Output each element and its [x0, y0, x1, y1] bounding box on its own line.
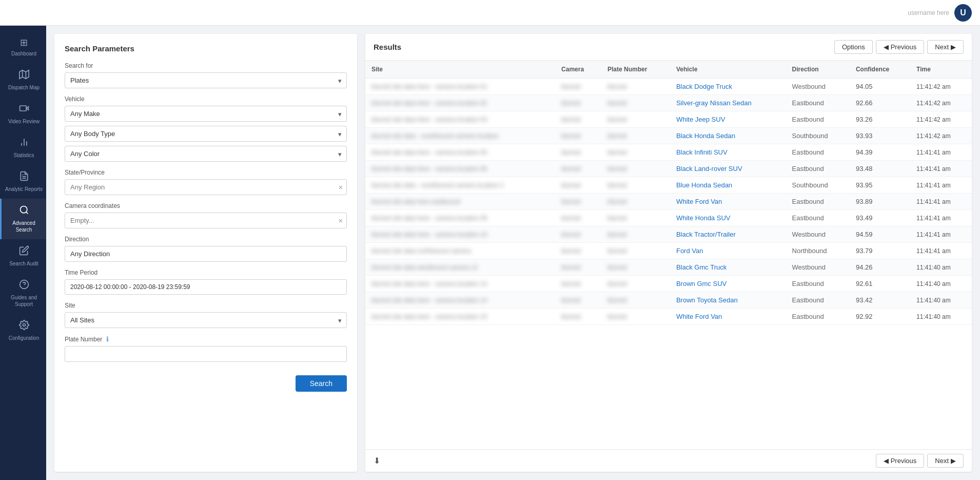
cell-camera: blurred: [555, 309, 601, 325]
next-button-bottom[interactable]: Next ▶: [927, 454, 964, 468]
cell-vehicle[interactable]: Black Tractor/Trailer: [670, 226, 786, 243]
cell-vehicle[interactable]: White Ford Van: [670, 194, 786, 210]
results-footer-nav: ◀ Previous Next ▶: [876, 454, 964, 468]
cell-camera: blurred: [555, 128, 601, 144]
cell-vehicle[interactable]: Black Infiniti SUV: [670, 144, 786, 161]
results-title: Results: [374, 43, 401, 51]
sidebar-item-search-audit[interactable]: Search Audit: [0, 239, 46, 273]
results-table: Site Camera Plate Number Vehicle Directi…: [365, 61, 972, 325]
camera-coords-input[interactable]: [65, 213, 347, 228]
table-row: blurred site data here - camera location…: [365, 111, 972, 128]
cell-camera: blurred: [555, 79, 601, 95]
cell-confidence: 93.89: [850, 194, 910, 210]
cell-vehicle[interactable]: Ford Van: [670, 243, 786, 259]
cell-direction: Southbound: [786, 128, 850, 144]
cell-site: blurred site data here eastbound: [365, 194, 555, 210]
sidebar-item-advanced-search[interactable]: Advanced Search: [0, 199, 46, 239]
plate-number-info-icon[interactable]: ℹ: [106, 335, 109, 343]
svg-point-10: [20, 206, 27, 213]
previous-button-bottom[interactable]: ◀ Previous: [876, 454, 925, 468]
svg-marker-0: [19, 70, 28, 79]
cell-confidence: 94.26: [850, 259, 910, 276]
sidebar-item-label: Statistics: [13, 152, 34, 159]
cell-time: 11:41:42 am: [910, 95, 972, 111]
cell-vehicle[interactable]: White Jeep SUV: [670, 111, 786, 128]
sidebar-item-statistics[interactable]: Statistics: [0, 131, 46, 165]
plate-number-input[interactable]: [65, 346, 347, 362]
topbar-right: username here U: [908, 4, 972, 22]
cell-vehicle[interactable]: Black Land-rover SUV: [670, 161, 786, 177]
cell-plate: blurred: [601, 226, 670, 243]
sidebar-item-configuration[interactable]: Configuration: [0, 314, 46, 348]
cell-vehicle[interactable]: Brown Toyota Sedan: [670, 292, 786, 309]
table-row: blurred site data here - camera location…: [365, 95, 972, 111]
camera-coords-clear-button[interactable]: ×: [339, 217, 343, 225]
site-label: Site: [65, 302, 347, 309]
table-row: blurred site data here - camera location…: [365, 276, 972, 292]
sidebar-item-analytic-reports[interactable]: Analytic Reports: [0, 165, 46, 199]
col-camera: Camera: [555, 61, 601, 79]
table-row: blurred site data northbound camera blur…: [365, 243, 972, 259]
cell-camera: blurred: [555, 210, 601, 226]
cell-direction: Eastbound: [786, 309, 850, 325]
plate-number-group: Plate Number ℹ: [65, 335, 347, 362]
cell-camera: blurred: [555, 243, 601, 259]
cell-vehicle[interactable]: White Honda SUV: [670, 210, 786, 226]
results-header: Results Options ◀ Previous Next ▶: [365, 34, 972, 61]
cell-vehicle[interactable]: Black Dodge Truck: [670, 79, 786, 95]
cell-plate: blurred: [601, 144, 670, 161]
sidebar: ⊞ Dashboard Dispatch Map Video Review St…: [0, 26, 46, 480]
cell-vehicle[interactable]: Black Honda Sedan: [670, 128, 786, 144]
direction-select[interactable]: Any Direction Northbound Southbound East…: [65, 246, 347, 262]
cell-confidence: 94.05: [850, 79, 910, 95]
table-row: blurred site data here - camera location…: [365, 309, 972, 325]
topbar: username here U: [0, 0, 980, 26]
cell-time: 11:41:40 am: [910, 309, 972, 325]
site-select[interactable]: All Sites: [65, 312, 347, 328]
download-icon[interactable]: ⬇: [374, 456, 380, 466]
cell-direction: Eastbound: [786, 95, 850, 111]
time-period-input[interactable]: [65, 279, 347, 295]
search-button[interactable]: Search: [296, 375, 347, 392]
sidebar-item-dispatch-map[interactable]: Dispatch Map: [0, 63, 46, 97]
cell-vehicle[interactable]: Blue Honda Sedan: [670, 177, 786, 194]
previous-button-top[interactable]: ◀ Previous: [876, 40, 925, 54]
sidebar-item-label: Advanced Search: [5, 220, 43, 233]
cell-site: blurred site data here - camera location…: [365, 161, 555, 177]
cell-vehicle[interactable]: White Ford Van: [670, 309, 786, 325]
sidebar-item-video-review[interactable]: Video Review: [0, 97, 46, 131]
cell-direction: Westbound: [786, 79, 850, 95]
video-review-icon: [19, 103, 29, 116]
cell-vehicle[interactable]: Black Gmc Truck: [670, 259, 786, 276]
cell-direction: Eastbound: [786, 276, 850, 292]
cell-site: blurred site data northbound camera: [365, 243, 555, 259]
sidebar-item-guides-support[interactable]: Guides and Support: [0, 273, 46, 314]
table-row: blurred site data here - camera location…: [365, 226, 972, 243]
cell-vehicle[interactable]: Silver-gray Nissan Sedan: [670, 95, 786, 111]
state-province-label: State/Province: [65, 169, 347, 176]
state-province-group: State/Province ×: [65, 169, 347, 195]
advanced-search-icon: [19, 205, 29, 218]
search-panel: Search Parameters Search for Plates Vehi…: [54, 34, 357, 472]
state-province-input[interactable]: [65, 179, 347, 195]
avatar[interactable]: U: [954, 4, 972, 22]
state-clear-button[interactable]: ×: [339, 183, 343, 191]
main-layout: ⊞ Dashboard Dispatch Map Video Review St…: [0, 26, 980, 480]
col-site: Site: [365, 61, 555, 79]
cell-site: blurred site data here - camera location…: [365, 144, 555, 161]
options-button[interactable]: Options: [834, 40, 873, 54]
chevron-left-icon-footer: ◀: [884, 457, 889, 465]
color-select[interactable]: Any Color: [65, 146, 347, 162]
body-type-select[interactable]: Any Body Type: [65, 126, 347, 142]
sidebar-item-dashboard[interactable]: ⊞ Dashboard: [0, 31, 46, 63]
cell-camera: blurred: [555, 292, 601, 309]
svg-rect-3: [19, 106, 26, 111]
cell-camera: blurred: [555, 226, 601, 243]
search-for-select[interactable]: Plates: [65, 72, 347, 88]
cell-vehicle[interactable]: Brown Gmc SUV: [670, 276, 786, 292]
cell-plate: blurred: [601, 128, 670, 144]
make-select[interactable]: Any Make: [65, 106, 347, 122]
next-button-top[interactable]: Next ▶: [927, 40, 964, 54]
cell-direction: Eastbound: [786, 161, 850, 177]
results-table-wrapper: Site Camera Plate Number Vehicle Directi…: [365, 61, 972, 449]
